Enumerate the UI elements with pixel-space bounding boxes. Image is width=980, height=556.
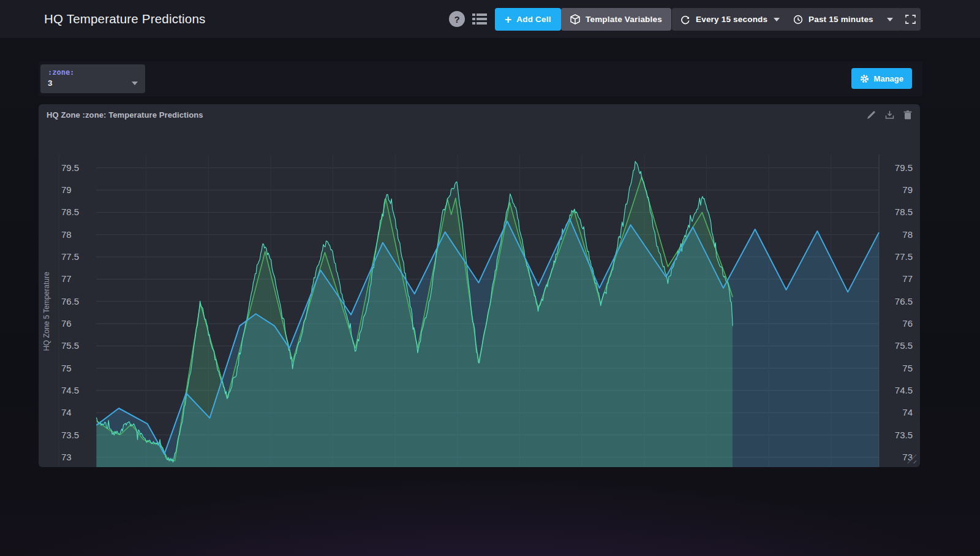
zone-variable-value: 3	[48, 78, 53, 88]
svg-text:77.5: 77.5	[61, 251, 79, 262]
chevron-down-icon	[887, 18, 893, 21]
chart-cell: HQ Zone :zone: Temperature Predictions	[39, 104, 920, 467]
svg-text:78.5: 78.5	[61, 207, 79, 217]
refresh-icon	[680, 15, 690, 25]
svg-text:76.5: 76.5	[895, 296, 913, 307]
svg-text:74: 74	[61, 407, 72, 417]
manage-label: Manage	[874, 74, 903, 83]
svg-text:74: 74	[902, 407, 913, 417]
template-variables-button[interactable]: Template Variables	[561, 8, 671, 31]
svg-text:HQ Zone 5 Temperature: HQ Zone 5 Temperature	[42, 272, 51, 351]
svg-text:75.5: 75.5	[61, 340, 79, 351]
template-variables-bar: :zone: 3 Manage	[39, 61, 922, 96]
edit-pencil-icon[interactable]	[867, 110, 876, 120]
help-button[interactable]: ?	[449, 11, 465, 27]
svg-text:79: 79	[902, 185, 913, 195]
svg-text:78: 78	[902, 229, 913, 240]
fullscreen-icon	[905, 15, 916, 24]
svg-text:73.5: 73.5	[895, 430, 913, 440]
manage-button[interactable]: Manage	[851, 68, 912, 89]
svg-text:74.5: 74.5	[895, 385, 913, 395]
svg-text:78.5: 78.5	[895, 207, 913, 217]
refresh-interval-label: Every 15 seconds	[696, 15, 767, 24]
svg-text:79.5: 79.5	[895, 162, 913, 173]
trash-icon[interactable]	[903, 110, 912, 120]
svg-text:75: 75	[902, 363, 913, 373]
page-title: HQ Temperature Predictions	[44, 0, 205, 38]
help-icon: ?	[454, 14, 459, 25]
chevron-down-icon	[774, 18, 780, 21]
svg-text:73.5: 73.5	[61, 430, 79, 440]
svg-text:73: 73	[61, 452, 72, 462]
dashboard-page: HQ Temperature Predictions ? + Add Cell …	[0, 0, 980, 556]
svg-text:74.5: 74.5	[61, 385, 79, 395]
graph-list-icon[interactable]	[472, 13, 487, 25]
gear-icon	[860, 74, 869, 83]
presentation-mode-button[interactable]	[900, 8, 921, 31]
template-variables-label: Template Variables	[586, 15, 662, 24]
download-icon[interactable]	[885, 110, 894, 120]
chevron-down-icon	[132, 82, 138, 85]
chart-canvas[interactable]: 737373.573.5747474.574.5757575.575.57676…	[39, 126, 920, 467]
plus-icon: +	[505, 13, 511, 26]
svg-text:75: 75	[61, 363, 72, 373]
svg-text:76: 76	[61, 318, 72, 329]
add-cell-label: Add Cell	[516, 15, 551, 24]
app-header: HQ Temperature Predictions ? + Add Cell …	[0, 0, 980, 38]
time-range-label: Past 15 minutes	[809, 15, 873, 24]
add-cell-button[interactable]: + Add Cell	[495, 8, 561, 31]
refresh-interval-dropdown[interactable]: Every 15 seconds	[672, 8, 788, 31]
zone-variable-name: :zone:	[48, 68, 138, 77]
svg-text:79.5: 79.5	[61, 162, 79, 173]
cell-header: HQ Zone :zone: Temperature Predictions	[39, 104, 920, 126]
svg-text:76: 76	[902, 318, 913, 329]
time-range-dropdown[interactable]: Past 15 minutes	[785, 8, 902, 31]
clock-icon	[793, 15, 803, 25]
svg-text:77: 77	[902, 273, 913, 284]
svg-text:77.5: 77.5	[895, 251, 913, 262]
svg-text:76.5: 76.5	[61, 296, 79, 307]
zone-variable-dropdown[interactable]: :zone: 3	[40, 64, 145, 93]
svg-text:77: 77	[61, 273, 72, 284]
temperature-chart[interactable]: 737373.573.5747474.574.5757575.575.57676…	[39, 126, 920, 467]
svg-text:75.5: 75.5	[895, 340, 913, 351]
cell-title: HQ Zone :zone: Temperature Predictions	[39, 110, 203, 120]
svg-text:78: 78	[61, 229, 72, 240]
cube-icon	[570, 14, 580, 25]
svg-text:79: 79	[61, 185, 72, 195]
